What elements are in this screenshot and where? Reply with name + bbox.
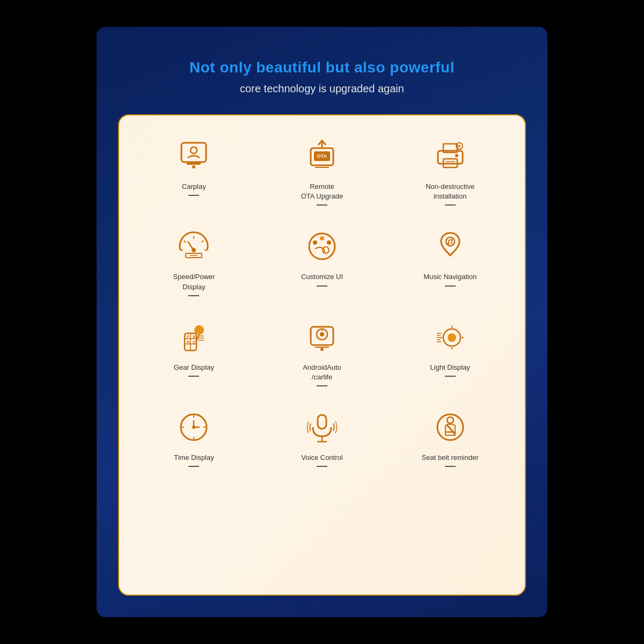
lightdisplay-label: Light Display: [430, 363, 470, 372]
seatbelt-dash: [445, 466, 456, 467]
feature-nondestructive: Non-destructiveinstallation: [386, 126, 514, 211]
musicnav-icon: [429, 225, 472, 268]
ota-icon: OTA: [301, 135, 343, 178]
timedisplay-dash: [188, 466, 199, 467]
carplay-dash: [188, 195, 199, 196]
feature-ota: OTA RemoteOTA Upgrade: [258, 126, 386, 211]
svg-line-77: [447, 425, 455, 434]
svg-text:D: D: [193, 340, 195, 344]
customizeui-icon: [301, 225, 343, 268]
svg-text:N: N: [187, 340, 189, 344]
speedpower-icon: [172, 225, 215, 268]
svg-point-23: [192, 248, 196, 252]
features-card: Carplay OTA: [118, 114, 526, 596]
svg-point-1: [191, 147, 197, 153]
svg-line-33: [449, 239, 452, 240]
svg-point-3: [192, 165, 195, 169]
musicnav-label: Music Navigation: [423, 272, 477, 282]
svg-point-76: [447, 417, 453, 423]
svg-point-49: [320, 332, 324, 336]
timedisplay-icon: [172, 406, 215, 449]
feature-customizeui: Customize UI: [258, 216, 386, 301]
feature-geardisplay: P R N D Gear Display: [130, 307, 258, 392]
svg-line-20: [184, 240, 186, 243]
svg-text:P: P: [187, 335, 189, 339]
geardisplay-icon: P R N D: [172, 316, 215, 358]
feature-voicecontrol: Voice Control: [258, 397, 386, 472]
svg-rect-0: [181, 143, 206, 162]
feature-timedisplay: Time Display: [130, 397, 258, 472]
svg-point-27: [313, 240, 317, 245]
headline: Not only beautiful but also powerful: [189, 59, 455, 76]
feature-carplay: Carplay: [130, 126, 258, 211]
customizeui-dash: [317, 286, 327, 287]
geardisplay-dash: [188, 376, 199, 377]
timedisplay-label: Time Display: [174, 453, 214, 463]
lightdisplay-icon: [429, 316, 472, 358]
feature-seatbelt: Seat belt reminder: [386, 397, 514, 472]
voicecontrol-dash: [317, 466, 327, 467]
nondestructive-label: Non-destructiveinstallation: [426, 182, 474, 201]
nondestructive-dash: [445, 204, 456, 206]
seatbelt-label: Seat belt reminder: [422, 453, 479, 463]
svg-text:R: R: [193, 335, 195, 339]
features-grid: Carplay OTA: [130, 126, 514, 472]
seatbelt-icon: [429, 406, 472, 449]
feature-lightdisplay: Light Display: [386, 307, 514, 392]
svg-point-14: [455, 154, 458, 157]
androidauto-dash: [317, 385, 327, 386]
ota-label: RemoteOTA Upgrade: [301, 182, 343, 201]
carplay-icon: [172, 135, 215, 178]
svg-point-42: [194, 325, 204, 335]
lightdisplay-dash: [445, 376, 456, 377]
main-container: Not only beautiful but also powerful cor…: [97, 27, 547, 617]
carplay-label: Carplay: [182, 182, 206, 192]
svg-point-28: [320, 236, 324, 240]
svg-text:OTA: OTA: [317, 153, 327, 159]
svg-point-29: [327, 240, 331, 245]
svg-point-71: [192, 426, 195, 429]
androidauto-icon: [301, 316, 343, 358]
musicnav-dash: [445, 286, 456, 287]
feature-musicnav: Music Navigation: [386, 216, 514, 301]
nondestructive-icon: [429, 135, 472, 178]
svg-rect-72: [318, 415, 326, 429]
voicecontrol-label: Voice Control: [301, 453, 342, 463]
androidauto-label: AndroidAuto/carlife: [303, 363, 341, 382]
voicecontrol-icon: [301, 406, 343, 449]
svg-point-75: [437, 414, 463, 440]
speedpower-label: Speed/PowerDisplay: [173, 272, 215, 291]
feature-speedpower: Speed/PowerDisplay: [130, 216, 258, 301]
svg-point-54: [448, 333, 456, 342]
geardisplay-label: Gear Display: [174, 363, 214, 372]
subtitle: core technology is upgraded again: [240, 83, 404, 95]
svg-point-16: [458, 145, 460, 147]
ota-dash: [317, 204, 327, 206]
speedpower-dash: [188, 295, 199, 296]
svg-point-52: [320, 348, 324, 351]
customizeui-label: Customize UI: [301, 272, 343, 282]
svg-rect-2: [187, 162, 201, 165]
feature-androidauto: AndroidAuto/carlife: [258, 307, 386, 392]
svg-line-21: [202, 240, 203, 243]
